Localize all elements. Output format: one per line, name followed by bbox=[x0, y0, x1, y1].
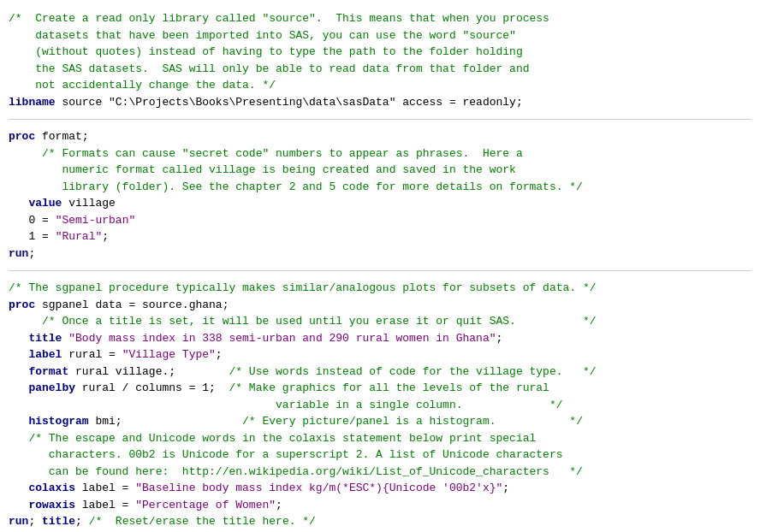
title-semi: ; bbox=[496, 332, 503, 345]
village-0-label: 0 = bbox=[28, 214, 55, 227]
keyword-colaxis: colaxis bbox=[28, 482, 75, 494]
colaxis-label: label = bbox=[75, 482, 135, 494]
village-1-string: "Rural" bbox=[56, 230, 103, 243]
village-1-label: 1 = bbox=[28, 230, 55, 243]
sgpanel-comment-1: /* The sgpanel procedure typically makes… bbox=[9, 281, 597, 294]
histogram-bmi: bmi; bbox=[89, 415, 242, 428]
divider-1 bbox=[9, 119, 751, 120]
format-comment: /* Formats can cause "secret code" numbe… bbox=[9, 147, 583, 193]
label-rural: rural = bbox=[62, 348, 122, 361]
sgpanel-data: sgpanel data = source.ghana; bbox=[35, 299, 229, 311]
keyword-libname: libname bbox=[9, 96, 56, 109]
sgpanel-section: /* The sgpanel procedure typically makes… bbox=[9, 276, 751, 532]
panelby-comment-2: variable in a single column. */ bbox=[9, 399, 563, 411]
keyword-title-reset: title bbox=[42, 515, 75, 528]
keyword-format: format bbox=[28, 365, 68, 378]
divider-2 bbox=[9, 270, 751, 271]
panelby-comment-1: /* Make graphics for all the levels of t… bbox=[229, 381, 549, 394]
histogram-comment: /* Every picture/panel is a histogram. *… bbox=[242, 415, 583, 428]
keyword-label: label bbox=[28, 348, 62, 361]
title-reset-comment: /* Reset/erase the title here. */ bbox=[89, 515, 316, 528]
run-semi-1: ; bbox=[28, 247, 35, 260]
keyword-run-2: run bbox=[9, 515, 28, 528]
run-semi-2: ; bbox=[28, 515, 42, 528]
title-reset-semi: ; bbox=[75, 515, 89, 528]
format-comment: /* Use words instead of code for the vil… bbox=[229, 365, 596, 378]
libname-section: /* Create a read only library called "so… bbox=[9, 7, 751, 114]
keyword-panelby: panelby bbox=[28, 381, 75, 394]
value-village: village bbox=[62, 197, 115, 210]
rowaxis-semi: ; bbox=[276, 499, 282, 511]
format-section: proc format; /* Formats can cause "secre… bbox=[9, 125, 751, 265]
keyword-title: title bbox=[28, 332, 62, 345]
colaxis-semi: ; bbox=[502, 482, 509, 494]
keyword-rowaxis: rowaxis bbox=[28, 499, 75, 511]
label-rural-string: "Village Type" bbox=[122, 348, 216, 361]
rowaxis-string: "Percentage of Women" bbox=[135, 499, 276, 511]
label-semi: ; bbox=[216, 348, 223, 361]
colaxis-string: "Baseline body mass index kg/m(*ESC*){Un… bbox=[135, 482, 502, 494]
title-string: "Body mass index in 338 semi-urban and 2… bbox=[68, 332, 496, 345]
village-semi: ; bbox=[102, 230, 109, 243]
keyword-run-1: run bbox=[9, 247, 28, 260]
village-0-string: "Semi-urban" bbox=[56, 214, 136, 227]
keyword-proc-format: proc bbox=[9, 130, 35, 143]
libname-code: source "C:\Projects\Books\Presenting\dat… bbox=[56, 96, 523, 109]
keyword-proc-sgpanel: proc bbox=[9, 299, 35, 311]
proc-format-text: format; bbox=[35, 130, 88, 143]
comment-line-1: /* Create a read only library called "so… bbox=[9, 12, 549, 92]
format-rural: rural village.; bbox=[68, 365, 229, 378]
keyword-histogram: histogram bbox=[28, 415, 88, 428]
sgpanel-comment-2: /* Once a title is set, it will be used … bbox=[9, 315, 597, 328]
rowaxis-label: label = bbox=[75, 499, 135, 511]
code-editor: /* Create a read only library called "so… bbox=[9, 7, 751, 532]
keyword-value: value bbox=[28, 197, 62, 210]
unicode-comment: /* The escape and Unicode words in the c… bbox=[9, 432, 583, 478]
panelby-rural: rural / columns = 1; bbox=[75, 381, 229, 394]
